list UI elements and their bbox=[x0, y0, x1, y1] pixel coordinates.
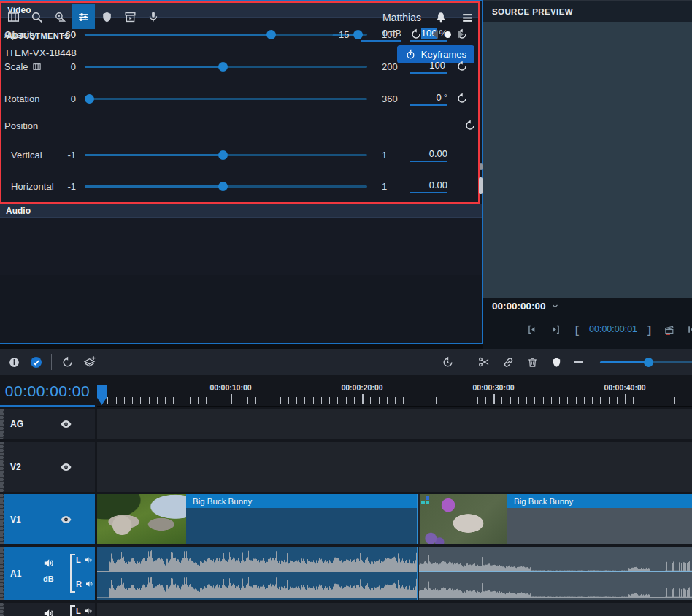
audio-clip-2[interactable] bbox=[419, 547, 692, 600]
reset-scale-button[interactable] bbox=[456, 60, 469, 73]
ruler-tick bbox=[403, 397, 404, 404]
eye-icon[interactable] bbox=[60, 461, 72, 473]
add-keyframe-icon[interactable] bbox=[445, 31, 451, 38]
rotation-slider-knob[interactable] bbox=[85, 94, 94, 104]
scrollbar-thumb[interactable] bbox=[479, 177, 483, 194]
scale-slider-knob[interactable] bbox=[218, 62, 228, 72]
vertical-max: 1 bbox=[382, 150, 408, 161]
link-button[interactable] bbox=[497, 351, 519, 373]
playhead[interactable] bbox=[97, 385, 107, 405]
ruler-tick bbox=[215, 397, 215, 404]
reset-rotation-button[interactable] bbox=[456, 92, 469, 105]
horizontal-max: 1 bbox=[382, 181, 408, 192]
reset-position-button[interactable] bbox=[464, 119, 477, 132]
track-ag-lane[interactable] bbox=[97, 409, 692, 439]
rotation-input[interactable]: 0° bbox=[410, 92, 447, 106]
eye-icon[interactable] bbox=[60, 513, 72, 525]
track-drag-handle[interactable] bbox=[0, 409, 4, 439]
vertical-input[interactable]: 0.00 bbox=[410, 148, 447, 162]
ruler-tick bbox=[247, 397, 248, 404]
bell-icon[interactable] bbox=[434, 11, 447, 24]
add-track-button[interactable] bbox=[78, 351, 100, 373]
ruler-tick bbox=[436, 397, 437, 404]
scale-link-icon[interactable] bbox=[32, 62, 42, 72]
ruler-tick bbox=[370, 397, 371, 404]
timeline-zoom-slider[interactable] bbox=[600, 357, 692, 367]
ruler-tick bbox=[379, 397, 380, 404]
zoom-out-button[interactable] bbox=[568, 351, 590, 373]
horizontal-input[interactable]: 0.00 bbox=[410, 180, 447, 193]
track-a2-lane[interactable] bbox=[97, 603, 692, 616]
a1-gain-input[interactable]: 0dB bbox=[361, 28, 401, 42]
history-button[interactable] bbox=[437, 351, 458, 373]
track-v2-header[interactable]: V2 bbox=[0, 442, 95, 492]
track-drag-handle[interactable] bbox=[0, 494, 4, 544]
track-a1-header[interactable]: A1 dB L R bbox=[0, 547, 95, 600]
snapshot-button[interactable] bbox=[663, 323, 675, 336]
track-drag-handle[interactable] bbox=[0, 603, 4, 616]
mute-speaker-icon[interactable] bbox=[42, 557, 55, 569]
source-preview-viewport[interactable] bbox=[483, 22, 692, 298]
undo-button[interactable] bbox=[56, 351, 78, 373]
track-drag-handle[interactable] bbox=[0, 442, 4, 492]
marker-button[interactable] bbox=[545, 351, 567, 373]
scale-input[interactable]: 100 bbox=[410, 60, 447, 74]
panels-icon bbox=[7, 10, 20, 24]
vertical-slider-knob[interactable] bbox=[218, 150, 228, 160]
horizontal-label: Horizontal bbox=[4, 181, 58, 192]
reset-a1-button[interactable] bbox=[410, 28, 423, 41]
vertical-slider[interactable] bbox=[85, 150, 367, 160]
ruler-label: 00:00:10:00 bbox=[209, 383, 251, 392]
track-v1-lane[interactable]: Big Buck Bunny Big Buck Bunny bbox=[97, 494, 692, 544]
ruler-tick bbox=[534, 397, 535, 404]
ruler-tick bbox=[428, 397, 428, 404]
track-a1-lane[interactable] bbox=[97, 547, 692, 600]
audio-clip-1[interactable] bbox=[97, 547, 417, 600]
eye-icon[interactable] bbox=[60, 417, 72, 430]
source-timecode-dropdown[interactable]: 00:00:00:00 bbox=[492, 301, 560, 312]
ruler-tick bbox=[501, 397, 502, 404]
video-clip-2[interactable]: Big Buck Bunny bbox=[419, 494, 692, 544]
adjust-icon bbox=[77, 10, 91, 24]
ruler-tick bbox=[140, 397, 141, 404]
speaker-icon[interactable] bbox=[84, 555, 93, 564]
timeline-ruler[interactable]: 00:00:10:0000:00:20:0000:00:30:0000:00:4… bbox=[97, 377, 692, 407]
position-vertical-row: Vertical -1 1 0.00 bbox=[4, 145, 477, 165]
prev-keyframe-icon[interactable] bbox=[432, 30, 438, 39]
next-keyframe-icon[interactable] bbox=[458, 30, 464, 39]
scrollbar-thumb-small[interactable] bbox=[480, 163, 483, 170]
speaker-icon[interactable] bbox=[85, 580, 93, 588]
snapping-toggle[interactable] bbox=[25, 351, 47, 373]
goto-in-button[interactable] bbox=[526, 323, 538, 336]
menu-icon[interactable] bbox=[461, 11, 474, 25]
set-out-button[interactable]: ] bbox=[647, 323, 651, 336]
scale-slider[interactable] bbox=[85, 61, 367, 72]
track-ag-header[interactable]: AG bbox=[0, 409, 95, 439]
ruler-tick bbox=[107, 397, 108, 404]
mute-speaker-icon[interactable] bbox=[42, 607, 55, 616]
current-timecode[interactable]: 00:00:00:00 bbox=[5, 382, 90, 400]
goto-out-button[interactable] bbox=[550, 323, 562, 336]
ruler-tick bbox=[526, 397, 527, 404]
horizontal-slider-knob[interactable] bbox=[218, 182, 228, 191]
track-a2: L bbox=[0, 603, 692, 616]
a1-slider-knob[interactable] bbox=[266, 30, 276, 39]
set-in-button[interactable]: [ bbox=[575, 323, 579, 336]
video-clip-1[interactable]: Big Buck Bunny bbox=[97, 494, 417, 544]
horizontal-slider[interactable] bbox=[85, 181, 367, 191]
ruler-tick bbox=[584, 397, 585, 404]
skip-start-button[interactable] bbox=[685, 323, 692, 336]
delete-button[interactable] bbox=[521, 351, 543, 373]
zoom-slider-knob[interactable] bbox=[644, 358, 653, 367]
track-drag-handle[interactable] bbox=[0, 547, 4, 600]
a1-gain-slider[interactable] bbox=[85, 29, 333, 39]
cut-button[interactable] bbox=[473, 351, 495, 373]
track-v2-lane[interactable] bbox=[97, 442, 692, 492]
rotation-slider[interactable] bbox=[85, 93, 367, 104]
user-menu[interactable]: Matthias bbox=[382, 12, 421, 23]
track-a2-header[interactable]: L bbox=[0, 603, 95, 616]
mark-duration-timecode[interactable]: 00:00:00:01 bbox=[589, 324, 637, 334]
speaker-icon[interactable] bbox=[84, 607, 93, 615]
track-v1-header[interactable]: V1 bbox=[0, 494, 95, 544]
clip-info-button[interactable] bbox=[3, 351, 25, 373]
